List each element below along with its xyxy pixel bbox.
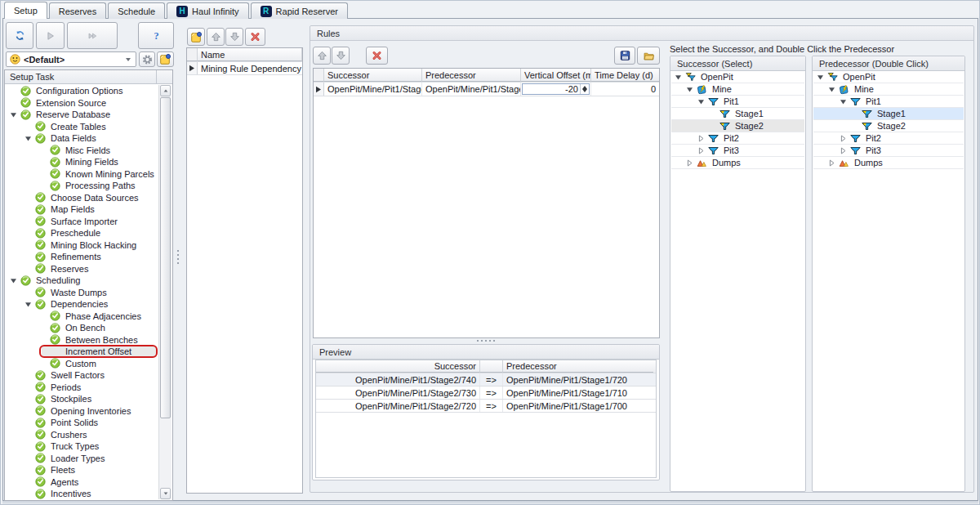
tree-node-label: OpenPit (698, 72, 736, 82)
tree-node-stage1[interactable]: Stage1 (813, 108, 964, 120)
setup-task-scrollbar[interactable] (158, 85, 172, 499)
setup-task-item-agents[interactable]: Agents (6, 476, 158, 489)
help-button[interactable]: ? (138, 22, 174, 49)
column-header-predecessor[interactable]: Predecessor (422, 69, 521, 82)
setup-task-item-point-solids[interactable]: Point Solids (6, 417, 158, 429)
tree-node-mine[interactable]: Mine (671, 83, 804, 96)
spinner[interactable] (580, 84, 589, 94)
chevron-down-icon[interactable] (122, 58, 134, 61)
open-rules-button[interactable] (637, 47, 660, 65)
setup-task-item-periods[interactable]: Periods (6, 382, 158, 394)
run-all-button[interactable] (67, 22, 118, 49)
setup-task-item-mining-block-hacking[interactable]: Mining Block Hacking (6, 239, 158, 252)
setup-task-item-choose-data-sources[interactable]: Choose Data Sources (6, 192, 158, 204)
setup-task-item-truck-types[interactable]: Truck Types (6, 440, 158, 453)
settings-button[interactable] (139, 51, 155, 67)
setup-task-item-custom[interactable]: Custom (6, 358, 158, 370)
run-button[interactable] (36, 22, 65, 49)
setup-task-item-on-bench[interactable]: On Bench (6, 322, 158, 334)
new-rule-set-button[interactable] (187, 28, 205, 46)
tree-node-stage1[interactable]: Stage1 (671, 108, 804, 120)
tree-node-pit3[interactable]: Pit3 (671, 145, 804, 157)
gear-icon (142, 54, 153, 65)
preview-splitter[interactable] (475, 338, 496, 342)
tab-schedule[interactable]: Schedule (108, 2, 165, 19)
stage-icon (862, 121, 872, 132)
tab-reserves[interactable]: Reserves (49, 2, 106, 19)
setup-task-item-known-mining-parcels[interactable]: Known Mining Parcels (6, 168, 158, 181)
rule-set-row[interactable]: Mining Rule Dependency Set (187, 62, 302, 75)
setup-task-item-create-tables[interactable]: Create Tables (6, 121, 158, 133)
preview-predecessor-header[interactable]: Predecessor (503, 360, 653, 373)
setup-task-item-reserve-database[interactable]: Reserve Database (6, 109, 158, 121)
setup-task-item-refinements[interactable]: Refinements (6, 251, 158, 263)
rule-set-move-up-button[interactable] (207, 28, 225, 46)
tree-node-pit1[interactable]: Pit1 (671, 96, 804, 108)
tree-node-stage2[interactable]: Stage2 (671, 120, 804, 132)
delete-rule-set-button[interactable] (245, 28, 265, 46)
tree-node-pit2[interactable]: Pit2 (813, 132, 964, 145)
setup-task-item-preschedule[interactable]: Preschedule (6, 227, 158, 239)
setup-task-item-opening-inventories[interactable]: Opening Inventories (6, 405, 158, 418)
tab-haul-infinity[interactable]: HHaul Infinity (167, 2, 248, 19)
name-column-header[interactable]: Name (198, 48, 302, 61)
panel-splitter[interactable] (176, 248, 180, 265)
setup-task-item-surface-importer[interactable]: Surface Importer (6, 216, 158, 228)
tree-node-pit2[interactable]: Pit2 (671, 132, 804, 145)
tree-node-openpit[interactable]: OpenPit (671, 71, 804, 83)
preview-successor-header[interactable]: Successor (316, 360, 480, 373)
column-header-successor[interactable]: Successor (324, 69, 422, 82)
notes-button[interactable] (157, 51, 174, 67)
rule-move-down-button[interactable] (332, 47, 350, 65)
preview-row[interactable]: OpenPit/Mine/Pit1/Stage2/720=>OpenPit/Mi… (316, 400, 656, 413)
tree-node-label: Stage1 (875, 109, 908, 118)
refresh-button[interactable] (6, 22, 33, 49)
tree-node-dumps[interactable]: Dumps (813, 157, 964, 169)
setup-task-item-misc-fields[interactable]: Misc Fields (6, 145, 158, 157)
setup-task-item-swell-factors[interactable]: Swell Factors (6, 369, 158, 382)
setup-task-item-crushers[interactable]: Crushers (6, 429, 158, 441)
preview-row[interactable]: OpenPit/Mine/Pit1/Stage2/730=>OpenPit/Mi… (316, 387, 656, 400)
setup-task-item-data-fields[interactable]: Data Fields (6, 132, 158, 145)
rule-row[interactable]: OpenPit/Mine/Pit1/Stage2OpenPit/Mine/Pit… (314, 83, 659, 96)
tree-node-openpit[interactable]: OpenPit (813, 71, 964, 83)
profile-selector[interactable]: <Default> (6, 51, 136, 67)
tree-node-pit3[interactable]: Pit3 (813, 145, 964, 157)
cell-vertical-offset[interactable]: -20 (521, 83, 591, 96)
rule-move-up-button[interactable] (313, 47, 331, 65)
scroll-down-button[interactable] (160, 488, 171, 499)
scrollbar-thumb[interactable] (160, 97, 171, 418)
rapid-reserver-icon: R (261, 6, 272, 17)
setup-task-item-dependencies[interactable]: Dependencies (6, 298, 158, 311)
tab-rapid-reserver[interactable]: RRapid Reserver (251, 2, 348, 19)
setup-task-item-processing-paths[interactable]: Processing Paths (6, 180, 158, 192)
save-rules-button[interactable] (614, 47, 635, 65)
setup-task-item-extension-source[interactable]: Extension Source (6, 97, 158, 109)
setup-task-item-incentives[interactable]: Incentives (6, 488, 158, 499)
setup-task-item-mining-fields[interactable]: Mining Fields (6, 156, 158, 168)
rule-set-move-down-button[interactable] (225, 28, 243, 46)
column-header-vertical-offset-m[interactable]: Vertical Offset (m) (521, 69, 591, 82)
scroll-up-button[interactable] (160, 85, 171, 96)
setup-task-item-reserves[interactable]: Reserves (6, 263, 158, 275)
tree-node-pit1[interactable]: Pit1 (813, 96, 964, 108)
setup-task-item-fleets[interactable]: Fleets (6, 464, 158, 476)
setup-task-item-between-benches[interactable]: Between Benches (6, 334, 158, 346)
delete-rule-button[interactable] (366, 47, 388, 65)
openpit-icon (827, 72, 838, 83)
tree-node-dumps[interactable]: Dumps (671, 157, 804, 169)
tab-setup[interactable]: Setup (4, 2, 47, 19)
tree-node-stage2[interactable]: Stage2 (813, 120, 964, 132)
setup-task-item-stockpiles[interactable]: Stockpiles (6, 393, 158, 405)
setup-task-item-loader-types[interactable]: Loader Types (6, 453, 158, 465)
setup-task-item-configuration-options[interactable]: Configuration Options (6, 85, 158, 97)
tree-node-mine[interactable]: Mine (813, 83, 964, 96)
vertical-offset-value[interactable]: -20 (523, 84, 580, 94)
preview-row[interactable]: OpenPit/Mine/Pit1/Stage2/740=>OpenPit/Mi… (316, 373, 656, 387)
setup-task-item-scheduling[interactable]: Scheduling (6, 275, 158, 287)
setup-task-item-phase-adjacencies[interactable]: Phase Adjacencies (6, 311, 158, 323)
setup-task-item-waste-dumps[interactable]: Waste Dumps (6, 287, 158, 299)
column-header-time-delay-d[interactable]: Time Delay (d) (591, 69, 659, 82)
setup-task-item-increment-offset[interactable]: Increment Offset (6, 346, 158, 358)
setup-task-item-map-fields[interactable]: Map Fields (6, 203, 158, 216)
